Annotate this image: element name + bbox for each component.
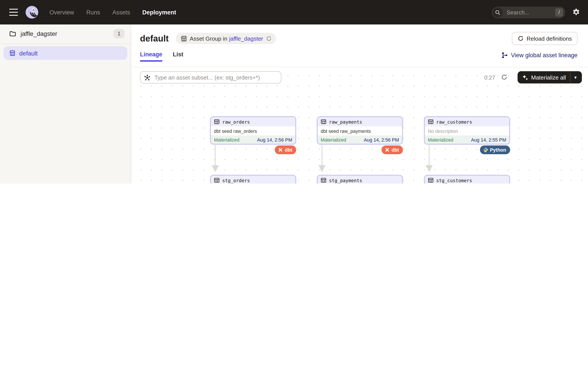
- table-icon: [321, 177, 326, 183]
- sidebar-project-count-badge: 1: [113, 29, 125, 38]
- asset-name: raw_customers: [436, 119, 472, 124]
- asset-name: stg_customers: [436, 178, 472, 183]
- reload-icon[interactable]: [266, 36, 272, 41]
- nav-link-deployment[interactable]: Deployment: [142, 9, 176, 16]
- asset-stg-customers: stg_customers dbt model stg_customers Ma…: [424, 175, 510, 184]
- page-title: default: [140, 33, 169, 43]
- dbt-logo-icon: [278, 147, 283, 152]
- reload-icon: [517, 35, 523, 42]
- materialize-all-button[interactable]: Materialize all ▾: [518, 71, 582, 83]
- sidebar-item-jaffle-dagster[interactable]: jaffle_dagster 1: [0, 25, 131, 43]
- asset-timestamp[interactable]: Aug 14, 2:56 PM: [364, 137, 399, 142]
- sidebar-item-default[interactable]: default: [3, 46, 127, 60]
- asset-stg-orders: stg_orders dbt model stg_orders Material…: [210, 175, 296, 184]
- badge-label: dbt: [285, 147, 292, 152]
- asset-node[interactable]: stg_payments dbt model stg_payments Mate…: [317, 175, 403, 184]
- nav-link-overview[interactable]: Overview: [49, 9, 74, 16]
- search-box[interactable]: /: [492, 6, 565, 18]
- asset-status: Materialized: [321, 137, 346, 142]
- asset-name: raw_payments: [329, 119, 362, 124]
- asset-description: dbt seed raw_payments: [318, 126, 402, 135]
- tab-lineage[interactable]: Lineage: [140, 51, 162, 62]
- refresh-timer: 0:27: [484, 74, 495, 81]
- folder-icon: [9, 30, 16, 37]
- asset-subset-filter[interactable]: [140, 71, 281, 83]
- python-logo-icon: [483, 147, 488, 152]
- asset-graph-icon: [144, 74, 150, 81]
- nav-links: Overview Runs Assets Deployment: [49, 9, 176, 16]
- button-divider: [570, 71, 571, 83]
- table-icon: [214, 119, 220, 125]
- asset-name: stg_orders: [222, 178, 250, 183]
- reload-definitions-label: Reload definitions: [527, 35, 572, 42]
- page-header: default Asset Group in jaffle_dagster Re…: [131, 25, 588, 67]
- view-global-asset-lineage-link[interactable]: View global asset lineage: [501, 52, 578, 58]
- sidebar-project-label: jaffle_dagster: [21, 30, 57, 37]
- asset-node[interactable]: stg_orders dbt model stg_orders Material…: [210, 175, 296, 184]
- asset-name: stg_payments: [329, 178, 362, 183]
- table-icon: [428, 119, 433, 125]
- nav-link-runs[interactable]: Runs: [86, 9, 100, 16]
- context-link-jaffle-dagster[interactable]: jaffle_dagster: [229, 35, 263, 42]
- python-badge[interactable]: Python: [480, 145, 510, 154]
- asset-stg-payments: stg_payments dbt model stg_payments Mate…: [317, 175, 403, 184]
- view-global-label: View global asset lineage: [511, 52, 578, 58]
- chevron-down-icon[interactable]: ▾: [574, 75, 577, 80]
- asset-node[interactable]: raw_customers No description Materialize…: [424, 116, 510, 145]
- lineage-canvas[interactable]: 0:27 Materialize all ▾ raw_orders dbt se…: [131, 67, 588, 184]
- dbt-badge[interactable]: dbt: [275, 145, 296, 154]
- asset-raw-customers: raw_customers No description Materialize…: [424, 116, 510, 145]
- asset-node[interactable]: raw_orders dbt seed raw_orders Materiali…: [210, 116, 296, 145]
- asset-status: Materialized: [214, 137, 239, 142]
- sidebar-item-label: default: [19, 50, 38, 57]
- dagster-app: Overview Runs Assets Deployment / ja: [0, 0, 588, 184]
- search-icon: [493, 7, 503, 17]
- refresh-icon[interactable]: [501, 74, 508, 82]
- asset-group-context-pill: Asset Group in jaffle_dagster: [176, 33, 276, 44]
- asset-raw-orders: raw_orders dbt seed raw_orders Materiali…: [210, 116, 296, 145]
- sparkles-icon: [522, 74, 528, 81]
- search-shortcut-badge: /: [555, 8, 563, 17]
- nav-right: /: [492, 6, 580, 18]
- tab-list[interactable]: List: [173, 51, 183, 62]
- asset-description: dbt seed raw_orders: [211, 126, 295, 135]
- badge-label: Python: [490, 147, 506, 152]
- sidebar: jaffle_dagster 1 default jaffle_dagster: [0, 25, 131, 184]
- asset-description: No description: [425, 126, 509, 135]
- asset-subset-input[interactable]: [154, 74, 273, 81]
- lineage-toolbar: 0:27 Materialize all ▾: [131, 67, 588, 87]
- sidebar-divider: [0, 44, 131, 44]
- context-prefix: Asset Group in: [190, 35, 227, 42]
- gear-icon[interactable]: [572, 8, 580, 16]
- asset-timestamp[interactable]: Aug 14, 2:56 PM: [257, 137, 292, 142]
- menu-icon[interactable]: [9, 9, 18, 16]
- dbt-badge[interactable]: dbt: [381, 145, 403, 154]
- nav-link-assets[interactable]: Assets: [112, 9, 130, 16]
- table-icon: [428, 177, 433, 183]
- top-nav: Overview Runs Assets Deployment /: [0, 0, 588, 25]
- materialize-all-label: Materialize all: [531, 74, 566, 81]
- asset-name: raw_orders: [222, 119, 250, 124]
- lineage-icon: [501, 52, 508, 58]
- dagster-logo-icon[interactable]: [25, 5, 39, 19]
- asset-node[interactable]: raw_payments dbt seed raw_payments Mater…: [317, 116, 403, 145]
- asset-status: Materialized: [428, 137, 453, 142]
- table-icon: [321, 119, 326, 125]
- dbt-logo-icon: [385, 147, 390, 152]
- badge-label: dbt: [392, 147, 399, 152]
- asset-node[interactable]: stg_customers dbt model stg_customers Ma…: [424, 175, 510, 184]
- asset-group-icon: [9, 50, 15, 56]
- table-icon: [214, 177, 220, 183]
- asset-timestamp[interactable]: Aug 14, 2:55 PM: [471, 137, 506, 142]
- search-input[interactable]: [506, 8, 550, 16]
- reload-definitions-button[interactable]: Reload definitions: [512, 32, 578, 45]
- asset-group-icon: [180, 35, 187, 42]
- asset-raw-payments: raw_payments dbt seed raw_payments Mater…: [317, 116, 403, 145]
